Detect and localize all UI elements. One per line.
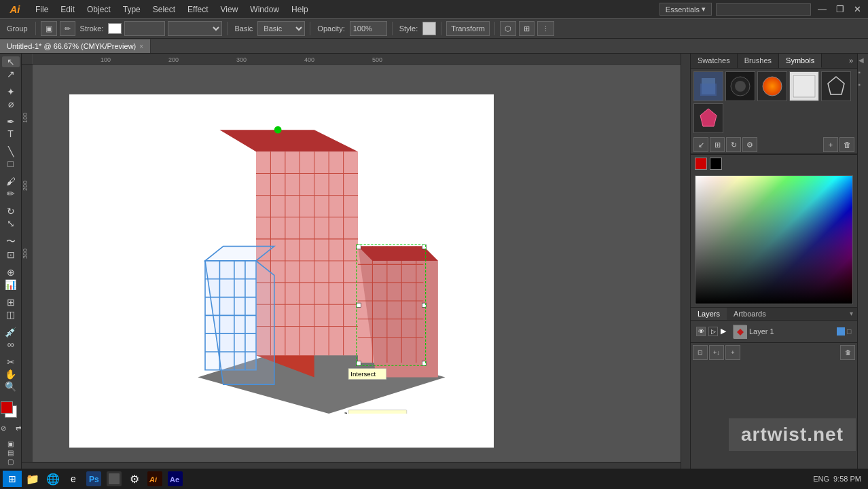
symbol-item-5[interactable] [821, 71, 851, 101]
symbol-item-3[interactable] [757, 71, 787, 101]
tab-layers[interactable]: Layers [691, 308, 727, 320]
scale-tool[interactable]: ⤡ [2, 218, 20, 229]
place-symbol-btn[interactable]: ↙ [693, 137, 708, 152]
extra-btn[interactable]: ⋮ [537, 21, 554, 36]
red-swatch[interactable] [695, 158, 707, 170]
menu-type[interactable]: Type [117, 3, 146, 16]
magic-wand-tool[interactable]: ✦ [2, 86, 20, 97]
restore-button[interactable]: ❐ [833, 4, 847, 14]
pencil-tool[interactable]: ✏ [2, 188, 20, 199]
new-layer-btn[interactable]: + [725, 345, 740, 360]
color-spectrum[interactable] [695, 175, 853, 304]
taskbar-explorer[interactable]: 📁 [23, 470, 42, 488]
fill-none-btn[interactable]: ▢ [2, 458, 20, 465]
document-tab[interactable]: Untitled-1* @ 66.67% (CMYK/Preview) × [0, 39, 151, 53]
recolor-btn[interactable]: ⬡ [500, 21, 516, 36]
fill-solid-btn[interactable]: ▣ [2, 440, 20, 448]
taskbar-ie[interactable]: e [64, 470, 83, 488]
arrange-btn[interactable]: ⊞ [519, 21, 535, 36]
search-input[interactable] [716, 3, 811, 16]
layer-expand-arrow[interactable]: ▶ [721, 327, 730, 336]
rotate-tool[interactable]: ↻ [2, 206, 20, 217]
stroke-type-select[interactable] [168, 21, 222, 36]
gradient-tool[interactable]: ◫ [2, 309, 20, 320]
taskbar-app2[interactable] [105, 470, 124, 488]
paintbrush-tool[interactable]: 🖌 [2, 176, 20, 187]
symbol-spray-tool[interactable]: ⊕ [2, 267, 20, 278]
taskbar-misc[interactable]: ⚙ [125, 470, 144, 488]
layer-lock-toggle[interactable]: ▷ [708, 327, 718, 336]
menu-object[interactable]: Object [82, 3, 116, 16]
break-link-btn[interactable]: ⊞ [710, 137, 725, 152]
free-transform-tool[interactable]: ⊡ [2, 249, 20, 260]
workspace-button[interactable]: Essentials ▾ [659, 3, 712, 16]
delete-layer-btn[interactable]: 🗑 [840, 345, 855, 360]
menu-effect[interactable]: Effect [182, 3, 213, 16]
symbol-item-6[interactable] [693, 103, 723, 133]
pen-tool[interactable]: ✒ [2, 116, 20, 127]
tab-swatches[interactable]: Swatches [691, 54, 738, 68]
symbol-item-2[interactable] [725, 71, 755, 101]
minimize-button[interactable]: — [815, 4, 829, 14]
layer-edit-icon[interactable]: ◻ [846, 327, 852, 336]
hand-tool[interactable]: ✋ [2, 369, 20, 380]
black-swatch[interactable] [710, 158, 722, 170]
transform-label[interactable]: Transform [446, 21, 490, 36]
rect-tool[interactable]: □ [2, 158, 20, 169]
taskbar-after-effects[interactable]: Ae [166, 470, 185, 488]
mesh-tool[interactable]: ⊞ [2, 297, 20, 308]
panel-toggle-btn[interactable]: ◀ [858, 56, 868, 66]
foreground-color-swatch[interactable] [1, 401, 13, 414]
taskbar-photoshop[interactable]: Ps [84, 470, 103, 488]
select-tool[interactable]: ↖ [2, 56, 20, 67]
menu-edit[interactable]: Edit [55, 3, 80, 16]
eyedropper-tool[interactable]: 💉 [2, 327, 20, 338]
type-tool[interactable]: T [2, 128, 20, 139]
scroll-bar-right[interactable] [681, 54, 690, 471]
menu-help[interactable]: Help [286, 3, 314, 16]
menu-view[interactable]: View [215, 3, 244, 16]
fill-gradient-btn[interactable]: ▤ [2, 449, 20, 456]
tab-artboards[interactable]: Artboards [727, 308, 773, 320]
lasso-tool[interactable]: ⌀ [2, 98, 20, 109]
new-sublayer-btn[interactable]: +↓ [709, 345, 724, 360]
tab-symbols[interactable]: Symbols [779, 54, 822, 68]
blend-tool[interactable]: ∞ [2, 339, 20, 350]
taskbar-illustrator[interactable]: Ai [145, 470, 164, 488]
menu-select[interactable]: Select [147, 3, 181, 16]
symbol-options-btn[interactable]: ⚙ [742, 137, 757, 152]
zoom-tool[interactable]: 🔍 [2, 381, 20, 392]
line-tool[interactable]: ╲ [2, 146, 20, 157]
none-color-btn[interactable]: ⊘ [0, 422, 10, 433]
column-graph-tool[interactable]: 📊 [2, 279, 20, 290]
tab-brushes[interactable]: Brushes [738, 54, 779, 68]
delete-symbol-btn[interactable]: 🗑 [839, 137, 854, 152]
draw-btn[interactable]: ✏ [60, 21, 75, 36]
panel-collapse-btn[interactable]: ▪ [858, 69, 868, 78]
tab-close-btn[interactable]: × [139, 43, 143, 50]
warp-tool[interactable]: 〜 [2, 236, 20, 248]
make-clipping-mask-btn[interactable]: ⊡ [693, 345, 708, 360]
blending-select[interactable]: Basic [257, 21, 305, 36]
layer-visibility-toggle[interactable]: 👁 [696, 327, 706, 336]
close-button[interactable]: ✕ [851, 4, 864, 14]
style-swatch[interactable] [422, 22, 436, 35]
taskbar-browser[interactable]: 🌐 [43, 470, 62, 488]
new-symbol-btn[interactable]: + [823, 137, 838, 152]
menu-window[interactable]: Window [245, 3, 285, 16]
symbol-item-4[interactable] [789, 71, 819, 101]
layers-panel-collapse[interactable]: ▾ [846, 308, 857, 320]
layer-item[interactable]: 👁 ▷ ▶ Layer 1 ◻ [693, 323, 854, 340]
direct-select-tool[interactable]: ↗ [2, 69, 20, 79]
scissors-tool[interactable]: ✂ [2, 357, 20, 367]
panel-tab-arrow[interactable]: » [845, 54, 857, 68]
menu-file[interactable]: File [30, 3, 54, 16]
redefine-symbol-btn[interactable]: ↻ [726, 137, 741, 152]
start-button[interactable]: ⊞ [3, 471, 22, 487]
panel-expand-btn[interactable]: ▪ [858, 81, 868, 90]
selection-tool-btn[interactable]: ▣ [41, 21, 57, 36]
stroke-value-input[interactable] [124, 21, 165, 36]
stroke-swatch[interactable] [108, 23, 122, 34]
opacity-input[interactable] [350, 21, 387, 36]
symbol-item-1[interactable] [693, 71, 723, 101]
